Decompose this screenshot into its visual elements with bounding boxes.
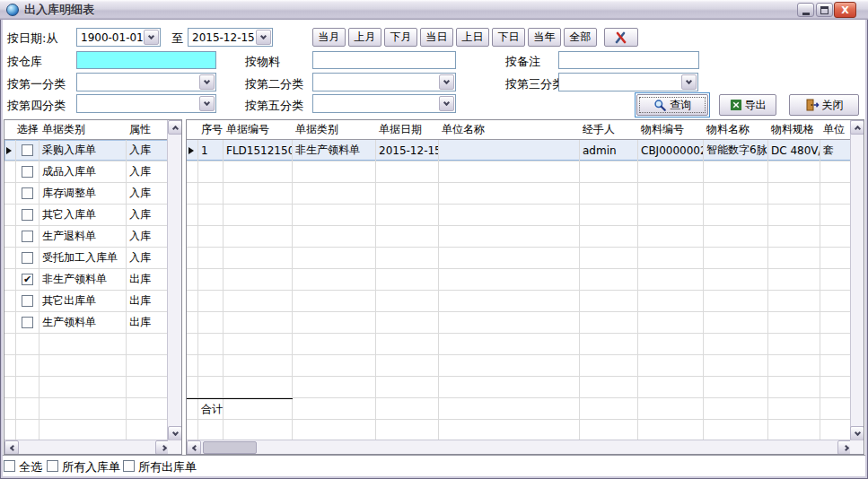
scroll-down-button[interactable] [168,426,182,440]
doc-type-cell: 生产退料单 [39,226,127,247]
doc-type-row[interactable]: 受托加工入库单 入库 [4,248,181,269]
doc-type-row[interactable]: 生产领料单 出库 [4,312,181,334]
total-row-line [187,398,293,399]
range-prev-month-button[interactable]: 上月 [348,28,381,47]
maximize-button[interactable] [816,3,833,17]
column-header-attr: 属性 [127,120,169,139]
doc-type-row[interactable]: ✔ 非生产领料单 出库 [4,269,181,291]
chevron-down-icon[interactable] [199,96,215,111]
doc-no-cell: FLD15121500 [224,140,293,161]
range-next-day-button[interactable]: 下日 [492,28,525,47]
date-to-combobox[interactable]: 2015-12-15 [188,28,273,47]
detail-grid-hscrollbar[interactable] [187,440,852,454]
doc-type-grid-hscrollbar[interactable] [4,440,170,454]
row-checkbox[interactable] [22,252,33,264]
doc-type-cell: 非生产领料单 [39,269,127,290]
date-from-value: 1900-01-01 [77,31,143,44]
row-checkbox[interactable] [22,144,33,156]
attr-cell: 入库 [127,226,169,247]
scroll-up-button[interactable] [850,120,864,135]
doc-type-row[interactable]: 其它出库单 出库 [4,291,181,312]
range-all-button[interactable]: 全部 [564,28,597,47]
date-to-label: 至 [171,30,183,47]
attr-cell: 入库 [127,205,169,225]
minimize-icon [802,13,810,15]
total-label: 合计 [201,402,223,417]
doc-type-row[interactable]: 库存调整单 入库 [4,183,181,205]
chevron-down-icon[interactable] [256,30,271,45]
tools-button[interactable] [604,28,638,47]
column-header-doc-type: 单据类别 [293,120,376,139]
row-checkbox[interactable] [22,231,33,242]
doc-type-row[interactable]: 生产退料单 入库 [4,226,181,248]
all-inbound-label: 所有入库单 [62,459,120,475]
row-checkbox[interactable] [22,317,33,328]
material-filter-label: 按物料 [245,54,280,70]
row-checkbox[interactable] [22,187,33,199]
material-input[interactable] [312,51,456,69]
scroll-up-button[interactable] [168,120,182,135]
scroll-left-button[interactable] [187,440,201,455]
doc-type-cell: 受托加工入库单 [39,248,127,268]
range-today-button[interactable]: 当日 [420,28,453,47]
all-outbound-label: 所有出库单 [138,459,197,475]
app-icon [6,4,19,16]
range-next-month-button[interactable]: 下月 [384,28,417,47]
row-checkbox[interactable] [22,295,33,307]
category3-combobox[interactable] [558,73,698,91]
row-checkbox[interactable]: ✔ [22,274,33,285]
query-button[interactable]: 查询 [636,94,708,116]
warehouse-input[interactable] [76,51,216,69]
scroll-down-button[interactable] [850,426,864,440]
column-header-unit: 单位 [820,120,852,139]
close-form-button[interactable]: 关闭 [789,94,859,116]
magnifier-icon [653,99,667,112]
attr-cell: 入库 [127,161,169,182]
select-all-checkbox[interactable] [4,460,15,472]
detail-grid-vscrollbar[interactable] [850,120,864,440]
date-from-combobox[interactable]: 1900-01-01 [76,28,161,47]
row-checkbox[interactable] [22,166,33,178]
remark-input[interactable] [558,51,699,69]
doc-type-row[interactable]: 采购入库单 入库 [4,140,181,161]
chevron-down-icon[interactable] [439,96,454,111]
range-current-year-button[interactable]: 当年 [528,28,561,47]
scrollbar-corner [850,440,864,454]
hscrollbar-thumb[interactable] [203,441,257,454]
doc-type-row[interactable]: 其它入库单 入库 [4,205,181,226]
attr-cell: 入库 [127,248,169,268]
column-header-material-name: 物料名称 [704,120,768,139]
attr-cell: 出库 [127,312,169,333]
range-current-month-button[interactable]: 当月 [312,28,346,47]
category1-combobox[interactable] [76,73,216,91]
chevron-down-icon[interactable] [144,30,159,45]
doc-type-row[interactable]: 成品入库单 入库 [4,161,181,183]
category4-combobox[interactable] [76,94,216,113]
doc-type-grid-vscrollbar[interactable] [167,120,181,440]
row-checkbox[interactable] [22,209,33,221]
scroll-left-button[interactable] [4,440,19,455]
minimize-button[interactable] [797,3,814,17]
column-header-unit-name: 单位名称 [439,120,580,139]
chevron-down-icon[interactable] [681,74,697,90]
total-row: 合计 [187,398,852,420]
chevron-down-icon[interactable] [439,74,454,90]
row-indicator-icon [6,147,12,154]
doc-type-cell: 生产领料单 [39,312,127,333]
range-prev-day-button[interactable]: 上日 [456,28,489,47]
attr-cell: 入库 [127,183,169,204]
close-button[interactable]: X [834,2,856,18]
material-spec-cell: DC 480V/10 [768,140,820,161]
chevron-down-icon[interactable] [199,74,215,90]
doc-type-grid: 选择 单据类别 属性 采购入库单 入库 成品入库单 入库 库存调整单 入库 其它… [4,119,182,455]
category2-combobox[interactable] [312,73,456,91]
column-header-doc-date: 单据日期 [376,120,439,139]
detail-grid: 序号 单据编号 单据类别 单据日期 单位名称 经手人 物料编号 物料名称 物料规… [186,119,864,455]
all-inbound-checkbox[interactable] [47,460,58,472]
category5-combobox[interactable] [312,94,456,113]
date-filter-label: 按日期:从 [7,30,57,47]
seq-cell: 1 [198,140,224,161]
export-button[interactable]: 导出 [719,94,776,116]
all-outbound-checkbox[interactable] [123,460,135,472]
detail-row[interactable]: 1 FLD15121500 非生产领料单 2015-12-15 admin CB… [187,140,864,161]
